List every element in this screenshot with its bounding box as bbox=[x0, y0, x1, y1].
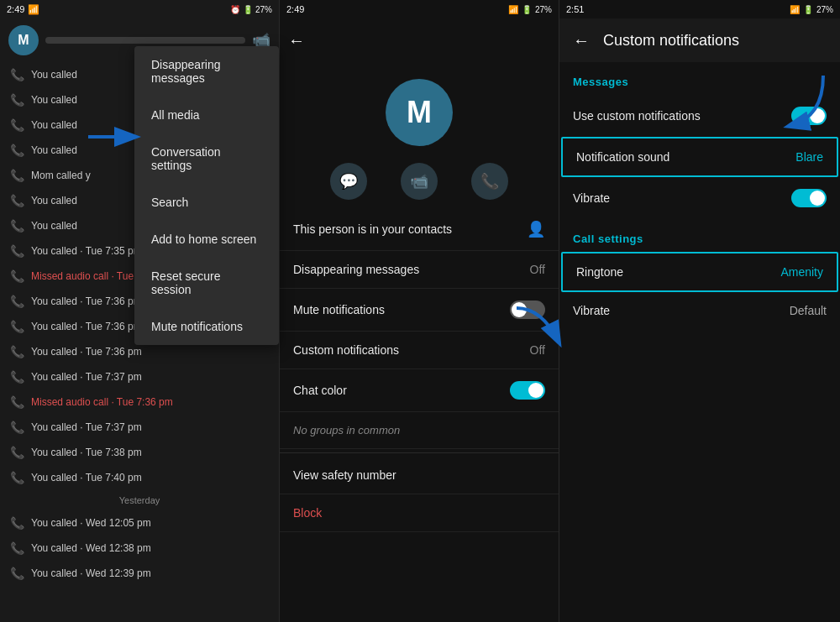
status-bar-panel2: 2:49 📶 🔋 27% bbox=[280, 0, 559, 18]
sim-icon: 📶 bbox=[790, 5, 800, 14]
dropdown-item-all-media[interactable]: All media bbox=[134, 97, 279, 133]
detail-list: This person is in your contacts 👤 Disapp… bbox=[280, 208, 559, 622]
list-item: 📞 You called · Wed 12:39 pm bbox=[0, 561, 279, 586]
chat-color-row[interactable]: Chat color bbox=[280, 369, 559, 412]
dropdown-item-reset-secure[interactable]: Reset secure session bbox=[134, 258, 279, 308]
call-icon: 📞 bbox=[10, 295, 24, 308]
disappearing-messages-row[interactable]: Disappearing messages Off bbox=[280, 251, 559, 289]
contact-hero: M 💬 📹 📞 bbox=[280, 62, 559, 208]
back-icon-panel3[interactable]: ← bbox=[573, 31, 590, 50]
vibrate-row-messages[interactable]: Vibrate bbox=[559, 177, 840, 219]
chat-action-icon[interactable]: 💬 bbox=[330, 163, 367, 200]
battery-icon: 🔋 bbox=[803, 5, 813, 14]
missed-call-icon: 📞 bbox=[10, 395, 24, 409]
dropdown-item-search[interactable]: Search bbox=[134, 184, 279, 221]
status-icons-panel2: 📶 🔋 27% bbox=[508, 5, 552, 14]
status-bar-panel1: 2:49 📶 ⏰ 🔋 27% bbox=[0, 0, 279, 18]
vibrate-toggle-messages[interactable] bbox=[791, 189, 827, 207]
call-log-panel: 2:49 📶 ⏰ 🔋 27% M 📹 📞 You called 📞 You ca… bbox=[0, 0, 280, 622]
call-icon: 📞 bbox=[10, 370, 24, 384]
battery-icon: 🔋 bbox=[243, 5, 253, 14]
notification-sound-row[interactable]: Notification sound Blare bbox=[561, 137, 838, 177]
block-row[interactable]: Block bbox=[280, 494, 559, 532]
battery-icon: 🔋 bbox=[522, 5, 532, 14]
contact-name-box bbox=[45, 37, 245, 44]
dropdown-menu[interactable]: Disappearing messages All media Conversa… bbox=[134, 46, 279, 345]
call-icon: 📞 bbox=[10, 169, 24, 182]
call-settings-section-label: Call settings bbox=[559, 219, 840, 252]
call-icon: 📞 bbox=[10, 244, 24, 258]
vibrate-row-calls[interactable]: Vibrate Default bbox=[559, 292, 840, 329]
arrow-indicator-3 bbox=[764, 67, 832, 138]
contact-avatar: M bbox=[386, 79, 453, 146]
status-bar-panel3: 2:51 📶 🔋 27% bbox=[559, 0, 840, 18]
panel2-header: ← bbox=[280, 18, 559, 62]
alarm-icon: ⏰ bbox=[230, 5, 240, 14]
custom-notifications-panel: 2:51 📶 🔋 27% ← Custom notifications Mess… bbox=[559, 0, 840, 622]
call-action-icon[interactable]: 📞 bbox=[471, 163, 508, 200]
avatar: M bbox=[8, 25, 39, 55]
contact-action-icons: 💬 📹 📞 bbox=[330, 163, 508, 200]
arrow-indicator-2 bbox=[508, 300, 575, 353]
call-icon: 📞 bbox=[10, 516, 24, 530]
status-icons-panel3: 📶 🔋 27% bbox=[790, 5, 833, 14]
sim-icon: 📶 bbox=[28, 4, 39, 15]
list-item: 📞 You called · Tue 7:38 pm bbox=[0, 440, 279, 465]
person-icon: 👤 bbox=[527, 220, 545, 238]
panel3-header: ← Custom notifications bbox=[559, 18, 840, 62]
missed-call-icon: 📞 bbox=[10, 269, 24, 283]
call-icon: 📞 bbox=[10, 118, 24, 132]
section-divider bbox=[280, 452, 559, 453]
video-action-icon[interactable]: 📹 bbox=[401, 163, 438, 200]
list-item: 📞 You called · Tue 7:40 pm bbox=[0, 465, 279, 490]
dropdown-item-disappearing-messages[interactable]: Disappearing messages bbox=[134, 46, 279, 97]
contacts-row[interactable]: This person is in your contacts 👤 bbox=[280, 208, 559, 251]
chat-color-toggle[interactable] bbox=[510, 381, 545, 400]
panel3-title: Custom notifications bbox=[603, 32, 739, 50]
list-item-missed: 📞 Missed audio call · Tue 7:36 pm bbox=[0, 389, 279, 415]
section-date: Yesterday bbox=[0, 490, 279, 510]
dropdown-item-mute[interactable]: Mute notifications bbox=[134, 308, 279, 345]
call-icon: 📞 bbox=[10, 320, 24, 333]
list-item: 📞 You called · Wed 12:05 pm bbox=[0, 510, 279, 536]
call-icon: 📞 bbox=[10, 471, 24, 484]
call-icon: 📞 bbox=[10, 93, 24, 107]
call-icon: 📞 bbox=[10, 345, 24, 358]
list-item: 📞 You called · Tue 7:37 pm bbox=[0, 364, 279, 389]
call-icon: 📞 bbox=[10, 567, 24, 580]
view-safety-number-row[interactable]: View safety number bbox=[280, 457, 559, 494]
call-icon: 📞 bbox=[10, 541, 24, 555]
call-icon: 📞 bbox=[10, 68, 24, 81]
call-icon: 📞 bbox=[10, 446, 24, 459]
sim-icon: 📶 bbox=[508, 5, 518, 14]
list-item: 📞 You called · Tue 7:37 pm bbox=[0, 415, 279, 440]
call-icon: 📞 bbox=[10, 144, 24, 157]
status-time-panel1: 2:49 📶 bbox=[7, 4, 39, 15]
status-icons-panel1: ⏰ 🔋 27% bbox=[230, 5, 272, 14]
no-groups-row: No groups in common bbox=[280, 412, 559, 449]
call-icon: 📞 bbox=[10, 194, 24, 207]
arrow-indicator-1 bbox=[84, 124, 143, 153]
list-item: 📞 You called · Wed 12:38 pm bbox=[0, 536, 279, 561]
dropdown-item-conversation-settings[interactable]: Conversation settings bbox=[134, 133, 279, 184]
call-icon: 📞 bbox=[10, 219, 24, 233]
dropdown-item-add-to-home[interactable]: Add to home screen bbox=[134, 221, 279, 258]
call-icon: 📞 bbox=[10, 421, 24, 434]
ringtone-row[interactable]: Ringtone Amenity bbox=[561, 252, 838, 292]
contact-detail-panel: 2:49 📶 🔋 27% ← M 💬 📹 📞 This person is in… bbox=[280, 0, 559, 622]
back-icon[interactable]: ← bbox=[288, 31, 305, 50]
